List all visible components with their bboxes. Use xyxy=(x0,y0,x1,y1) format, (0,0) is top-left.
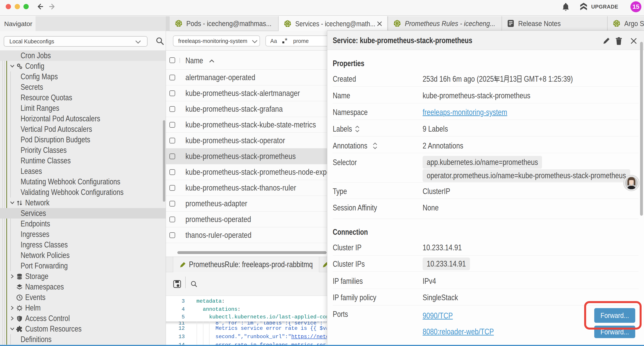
svg-text:*: * xyxy=(285,38,287,44)
